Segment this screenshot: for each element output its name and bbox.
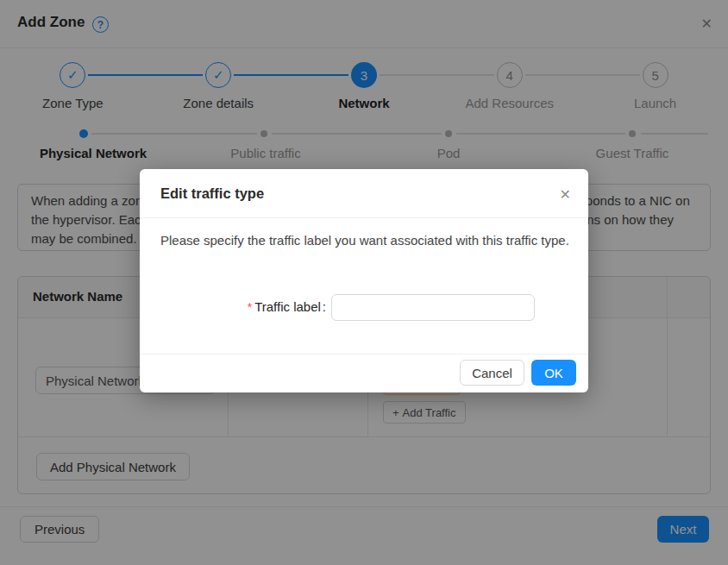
- traffic-label-text: Traffic label: [254, 299, 321, 314]
- edit-traffic-type-dialog: Edit traffic type ✕ Please specify the t…: [140, 169, 588, 392]
- dialog-message: Please specify the traffic label you wan…: [160, 230, 569, 250]
- add-zone-wizard: Add Zone ? ✕ ✓ Zone Type ✓ Zone details …: [0, 0, 728, 565]
- dialog-title: Edit traffic type: [160, 185, 264, 202]
- dialog-header: Edit traffic type ✕: [140, 169, 588, 218]
- ok-button[interactable]: OK: [531, 360, 576, 386]
- dialog-close-icon[interactable]: ✕: [560, 186, 571, 203]
- required-mark: *: [248, 300, 252, 314]
- cancel-button[interactable]: Cancel: [460, 360, 524, 386]
- traffic-label-form-label: *Traffic label:: [140, 299, 326, 314]
- label-colon: :: [323, 299, 326, 314]
- traffic-label-input[interactable]: [331, 294, 535, 321]
- dialog-footer-divider: [140, 354, 588, 355]
